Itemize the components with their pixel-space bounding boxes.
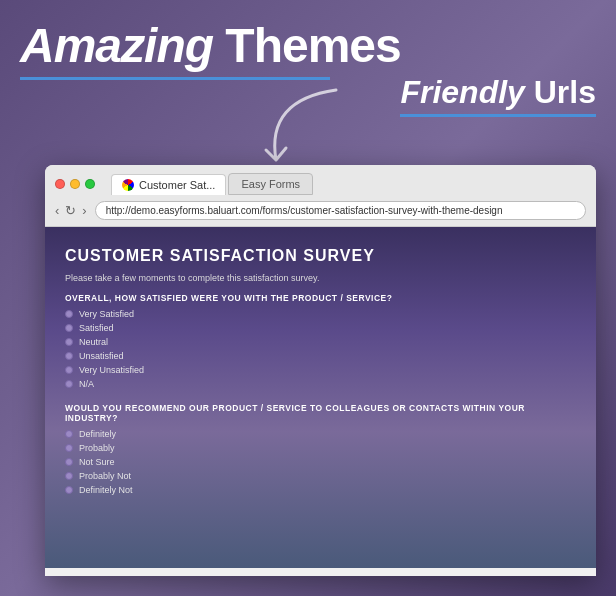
radio-dot	[65, 444, 73, 452]
friendly-label: Friendly Urls	[400, 75, 596, 117]
option-label: Not Sure	[79, 457, 115, 467]
survey-option-item[interactable]: Very Satisfied	[65, 309, 576, 319]
survey-question-2: WOULD YOU RECOMMEND OUR PRODUCT / SERVIC…	[65, 403, 576, 423]
survey-option-item[interactable]: Unsatisfied	[65, 351, 576, 361]
radio-dot	[65, 310, 73, 318]
traffic-lights	[55, 179, 95, 189]
radio-dot	[65, 352, 73, 360]
main-title: Amazing Themes	[20, 20, 596, 73]
survey-option-item[interactable]: Definitely Not	[65, 485, 576, 495]
radio-dot	[65, 324, 73, 332]
radio-dot	[65, 338, 73, 346]
close-button[interactable]	[55, 179, 65, 189]
survey-options-2: DefinitelyProbablyNot SureProbably NotDe…	[65, 429, 576, 495]
active-tab-label: Customer Sat...	[139, 179, 215, 191]
option-label: N/A	[79, 379, 94, 389]
radio-dot	[65, 430, 73, 438]
option-label: Neutral	[79, 337, 108, 347]
survey-subtitle: Please take a few moments to complete th…	[65, 273, 576, 283]
option-label: Very Unsatisfied	[79, 365, 144, 375]
survey-option-item[interactable]: Not Sure	[65, 457, 576, 467]
option-label: Definitely	[79, 429, 116, 439]
option-label: Definitely Not	[79, 485, 133, 495]
friendly-underline	[400, 114, 596, 117]
address-text: http://demo.easyforms.baluart.com/forms/…	[106, 205, 503, 216]
maximize-button[interactable]	[85, 179, 95, 189]
reload-button[interactable]: ↻	[65, 203, 76, 218]
browser-chrome: Customer Sat... Easy Forms ‹ ↻ › http://…	[45, 165, 596, 227]
radio-dot	[65, 472, 73, 480]
survey-option-item[interactable]: Neutral	[65, 337, 576, 347]
title-normal: Themes	[213, 19, 401, 72]
title-bold: Amazing	[20, 19, 213, 72]
survey-option-item[interactable]: Very Unsatisfied	[65, 365, 576, 375]
option-label: Satisfied	[79, 323, 114, 333]
address-bar[interactable]: http://demo.easyforms.baluart.com/forms/…	[95, 201, 586, 220]
tab-bar: Customer Sat... Easy Forms	[111, 173, 313, 195]
tab-favicon	[122, 179, 134, 191]
browser-content: CUSTOMER SATISFACTION SURVEY Please take…	[45, 227, 596, 568]
survey-option-item[interactable]: N/A	[65, 379, 576, 389]
header-area: Amazing Themes Friendly Urls	[20, 20, 596, 80]
option-label: Very Satisfied	[79, 309, 134, 319]
radio-dot	[65, 458, 73, 466]
survey-option-item[interactable]: Probably	[65, 443, 576, 453]
active-tab[interactable]: Customer Sat...	[111, 174, 226, 195]
option-label: Probably Not	[79, 471, 131, 481]
friendly-normal: Urls	[525, 74, 596, 110]
survey-option-item[interactable]: Probably Not	[65, 471, 576, 481]
option-label: Probably	[79, 443, 115, 453]
radio-dot	[65, 380, 73, 388]
survey-option-item[interactable]: Satisfied	[65, 323, 576, 333]
radio-dot	[65, 486, 73, 494]
browser-controls: Customer Sat... Easy Forms	[55, 173, 586, 195]
survey-title: CUSTOMER SATISFACTION SURVEY	[65, 247, 576, 265]
nav-arrows: ‹ ↻ ›	[55, 203, 87, 218]
forward-button[interactable]: ›	[82, 203, 86, 218]
back-button[interactable]: ‹	[55, 203, 59, 218]
survey-options-1: Very SatisfiedSatisfiedNeutralUnsatisfie…	[65, 309, 576, 389]
browser-window: Customer Sat... Easy Forms ‹ ↻ › http://…	[45, 165, 596, 576]
survey-question-1: OVERALL, HOW SATISFIED WERE YOU WITH THE…	[65, 293, 576, 303]
inactive-tab-label: Easy Forms	[241, 178, 300, 190]
radio-dot	[65, 366, 73, 374]
inactive-tab[interactable]: Easy Forms	[228, 173, 313, 195]
option-label: Unsatisfied	[79, 351, 124, 361]
survey-option-item[interactable]: Definitely	[65, 429, 576, 439]
friendly-bold: Friendly	[400, 74, 524, 110]
address-bar-row: ‹ ↻ › http://demo.easyforms.baluart.com/…	[55, 201, 586, 220]
minimize-button[interactable]	[70, 179, 80, 189]
